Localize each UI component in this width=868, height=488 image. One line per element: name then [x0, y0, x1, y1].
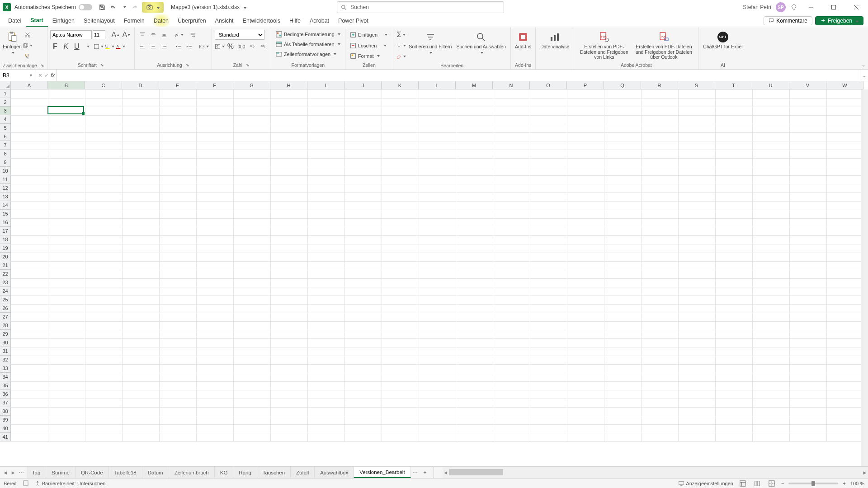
delete-cells-dropdown[interactable]: [379, 41, 389, 51]
cell[interactable]: [48, 304, 85, 313]
cell[interactable]: [159, 416, 196, 424]
cell[interactable]: [382, 296, 419, 304]
cell[interactable]: [752, 278, 789, 287]
cell[interactable]: [122, 356, 159, 364]
decrease-font-icon[interactable]: A▼: [122, 30, 132, 40]
cell[interactable]: [752, 150, 789, 158]
cell[interactable]: [826, 227, 863, 235]
status-macro-icon[interactable]: [23, 480, 28, 487]
cell[interactable]: [715, 296, 752, 304]
cell[interactable]: [567, 218, 604, 227]
cell[interactable]: [122, 115, 159, 124]
cell[interactable]: [789, 150, 826, 158]
cell[interactable]: [530, 192, 567, 201]
cell[interactable]: [493, 132, 530, 141]
cell[interactable]: [11, 192, 48, 201]
cell[interactable]: [604, 244, 641, 253]
cell[interactable]: [789, 124, 826, 132]
cell[interactable]: [419, 321, 456, 330]
cell[interactable]: [48, 235, 85, 244]
cell[interactable]: [530, 313, 567, 321]
cell[interactable]: [344, 150, 382, 158]
cell[interactable]: [715, 192, 752, 201]
cell[interactable]: [382, 192, 419, 201]
cell[interactable]: [11, 132, 48, 141]
cell[interactable]: [159, 373, 196, 381]
cell[interactable]: [567, 132, 604, 141]
cell[interactable]: [715, 313, 752, 321]
cell[interactable]: [419, 373, 456, 381]
tab-entwicklertools[interactable]: Entwicklertools: [238, 14, 285, 27]
cell[interactable]: [307, 287, 344, 296]
cell[interactable]: [604, 167, 641, 175]
cell[interactable]: [270, 235, 307, 244]
row-header[interactable]: 15: [0, 210, 11, 218]
cell[interactable]: [233, 235, 270, 244]
cell[interactable]: [48, 296, 85, 304]
close-button[interactable]: [847, 0, 865, 14]
autosum-icon[interactable]: Σ: [396, 30, 406, 40]
zoom-slider-thumb[interactable]: [811, 481, 815, 486]
cell[interactable]: [270, 210, 307, 218]
cell[interactable]: [11, 184, 48, 192]
cell[interactable]: [270, 330, 307, 338]
cell[interactable]: [567, 278, 604, 287]
cell[interactable]: [382, 381, 419, 390]
cell[interactable]: [641, 390, 678, 399]
cell[interactable]: [641, 347, 678, 356]
cell[interactable]: [344, 210, 382, 218]
cell[interactable]: [11, 107, 48, 115]
cell[interactable]: [196, 141, 233, 150]
cell[interactable]: [604, 296, 641, 304]
cell[interactable]: [122, 347, 159, 356]
user-name[interactable]: Stefan Petri: [743, 4, 771, 10]
cell[interactable]: [344, 201, 382, 210]
zoom-in-icon[interactable]: +: [843, 481, 845, 486]
conditional-formatting-button[interactable]: Bedingte Formatierung: [274, 30, 342, 39]
normal-view-icon[interactable]: [738, 479, 748, 488]
cell[interactable]: [493, 330, 530, 338]
cell[interactable]: [493, 313, 530, 321]
cell[interactable]: [715, 287, 752, 296]
cell[interactable]: [85, 296, 122, 304]
cell[interactable]: [122, 244, 159, 253]
cell[interactable]: [715, 304, 752, 313]
cell[interactable]: [382, 313, 419, 321]
cell[interactable]: [678, 381, 715, 390]
cell[interactable]: [48, 253, 85, 261]
cell[interactable]: [826, 399, 863, 407]
cell[interactable]: [530, 321, 567, 330]
autosave-toggle[interactable]: [79, 4, 92, 10]
cell[interactable]: [493, 124, 530, 132]
cell[interactable]: [382, 338, 419, 347]
cell[interactable]: [159, 150, 196, 158]
cell[interactable]: [85, 150, 122, 158]
cell[interactable]: [604, 184, 641, 192]
cell[interactable]: [752, 141, 789, 150]
cell[interactable]: [752, 407, 789, 416]
cell[interactable]: [270, 424, 307, 433]
comma-icon[interactable]: 000: [236, 42, 246, 52]
cell[interactable]: [493, 304, 530, 313]
cell[interactable]: [752, 192, 789, 201]
cell[interactable]: [233, 304, 270, 313]
cell[interactable]: [641, 261, 678, 270]
cell[interactable]: [233, 373, 270, 381]
cell[interactable]: [196, 321, 233, 330]
cell[interactable]: [530, 330, 567, 338]
cell[interactable]: [456, 201, 493, 210]
hscroll-right-icon[interactable]: ►: [862, 467, 868, 478]
cell[interactable]: [567, 201, 604, 210]
cell[interactable]: [419, 192, 456, 201]
cell[interactable]: [567, 150, 604, 158]
cell[interactable]: [85, 227, 122, 235]
cell[interactable]: [159, 175, 196, 184]
cell[interactable]: [48, 244, 85, 253]
cell[interactable]: [567, 416, 604, 424]
cell[interactable]: [604, 416, 641, 424]
cell[interactable]: [678, 192, 715, 201]
row-header[interactable]: 13: [0, 192, 11, 201]
cell[interactable]: [382, 416, 419, 424]
cell[interactable]: [789, 175, 826, 184]
cell[interactable]: [270, 167, 307, 175]
